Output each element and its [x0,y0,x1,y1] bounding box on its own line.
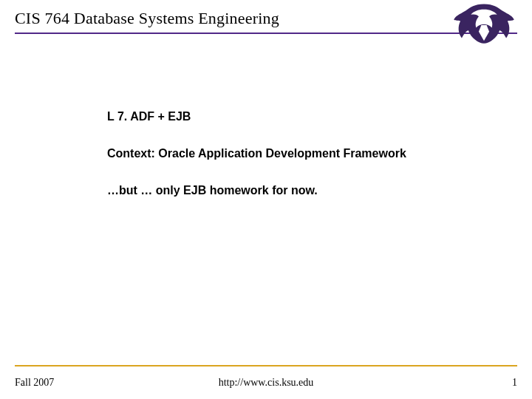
course-title: CIS 764 Database Systems Engineering [15,9,517,28]
footer-term: Fall 2007 [15,377,54,389]
note-line: …but … only EJB homework for now. [107,183,502,198]
title-underline [15,33,517,34]
slide: CIS 764 Database Systems Engineering L 7… [0,0,532,399]
context-line: Context: Oracle Application Development … [107,146,502,161]
page-number: 1 [512,377,517,389]
slide-body: L 7. ADF + EJB Context: Oracle Applicati… [107,109,502,198]
footer: Fall 2007 http://www.cis.ksu.edu 1 [15,372,517,389]
ksu-powercat-logo-icon [451,1,517,47]
header: CIS 764 Database Systems Engineering [15,9,517,34]
footer-divider [15,365,517,366]
footer-url: http://www.cis.ksu.edu [219,377,314,389]
lecture-heading: L 7. ADF + EJB [107,109,502,124]
